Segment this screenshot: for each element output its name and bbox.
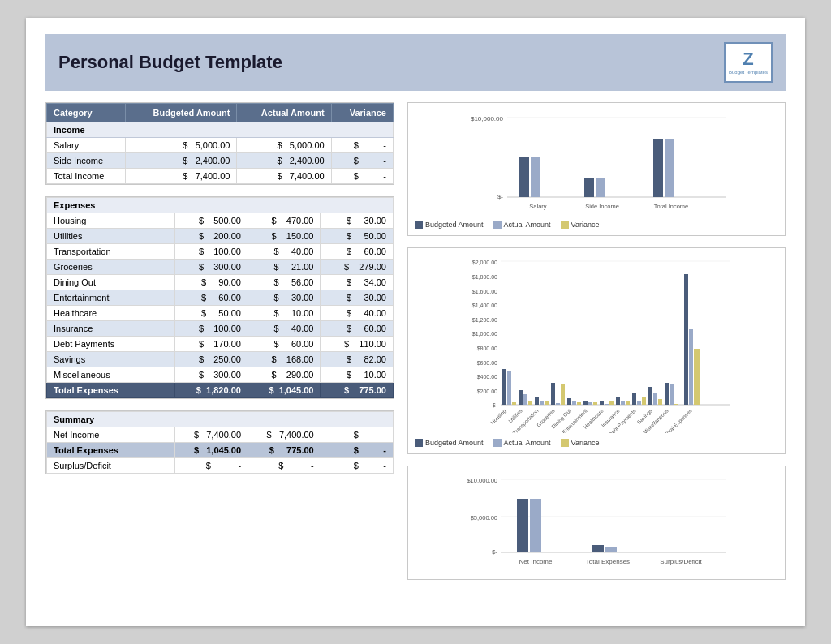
cell-category: Groceries [47, 260, 175, 275]
legend-budgeted-color [415, 439, 423, 447]
svg-rect-55 [642, 397, 646, 405]
cell-budgeted: $ 5,000.00 [126, 138, 237, 153]
svg-rect-5 [531, 157, 540, 197]
svg-rect-39 [556, 403, 560, 405]
cell-variance: $ 30.00 [321, 213, 394, 229]
cell-actual: $ 168.00 [248, 352, 321, 367]
legend-budgeted: Budgeted Amount [415, 221, 484, 229]
svg-rect-59 [665, 383, 669, 405]
cell-budgeted: $ 7,400.00 [175, 427, 248, 443]
cell-variance: $ - [321, 443, 393, 458]
cell-category: Side Income [47, 153, 126, 169]
table-row: Surplus/Deficit $ - $ - $ - [47, 458, 394, 474]
summary-chart: $10,000.00 $5,000.00 $- Net Income [407, 466, 786, 580]
svg-text:$10,000.00: $10,000.00 [471, 115, 504, 122]
cell-category: Utilities [47, 229, 175, 244]
cell-variance: $ 30.00 [321, 290, 394, 306]
svg-rect-32 [519, 390, 523, 405]
cell-budgeted: $ 90.00 [175, 275, 248, 290]
logo: Z Budget Templates [724, 42, 773, 83]
legend-budgeted-color [415, 221, 423, 229]
svg-text:$2,000.00: $2,000.00 [472, 260, 497, 265]
expenses-chart: $2,000.00 $1,800.00 $1,600.00 $1,400.00 … [407, 247, 786, 454]
svg-text:$400.00: $400.00 [477, 374, 497, 380]
legend-variance: Variance [561, 221, 600, 229]
svg-rect-84 [530, 499, 541, 552]
svg-rect-34 [528, 401, 532, 405]
table-row: Utilities $ 200.00 $ 150.00 $ 50.00 [47, 229, 394, 244]
summary-section-header: Summary [47, 412, 394, 427]
svg-text:$1,400.00: $1,400.00 [472, 303, 497, 308]
summary-label: Summary [47, 412, 394, 427]
table-row: Entertainment $ 60.00 $ 30.00 $ 30.00 [47, 290, 394, 306]
cell-category: Savings [47, 352, 175, 367]
cell-actual: $ 775.00 [248, 443, 321, 458]
legend-actual-color [493, 439, 502, 447]
table-row: Side Income $ 2,400.00 $ 2,400.00 $ - [47, 153, 394, 169]
svg-text:$10,000.00: $10,000.00 [467, 477, 497, 484]
page: Personal Budget Template Z Budget Templa… [26, 18, 805, 626]
table-row: Net Income $ 7,400.00 $ 7,400.00 $ - [47, 427, 394, 443]
legend-variance: Variance [561, 439, 600, 447]
cell-actual: $ 10.00 [248, 306, 321, 321]
cell-variance: $ - [331, 153, 393, 169]
svg-text:$1,200.00: $1,200.00 [472, 317, 497, 323]
right-column: $10,000.00 $- Salary [407, 102, 786, 580]
cell-budgeted: $ 7,400.00 [126, 169, 237, 184]
svg-text:Total Income: Total Income [654, 203, 689, 210]
cell-budgeted: $ 1,820.00 [175, 383, 248, 398]
cell-category: Salary [47, 138, 126, 153]
cell-budgeted: $ 60.00 [175, 290, 248, 306]
cell-actual: $ 5,000.00 [237, 138, 331, 153]
svg-text:$5,000.00: $5,000.00 [471, 514, 497, 522]
svg-text:$1,800.00: $1,800.00 [472, 274, 497, 280]
table-row: Dining Out $ 90.00 $ 56.00 $ 34.00 [47, 275, 394, 290]
svg-text:Total Expenses: Total Expenses [586, 558, 630, 565]
cell-actual: $ 2,400.00 [237, 153, 331, 169]
legend-variance-color [561, 221, 569, 229]
cell-budgeted: $ 100.00 [175, 321, 248, 337]
table-row: Total Income $ 7,400.00 $ 7,400.00 $ - [47, 169, 394, 184]
svg-rect-57 [653, 393, 657, 405]
cell-variance: $ 279.00 [321, 260, 394, 275]
table-row: Groceries $ 300.00 $ 21.00 $ 279.00 [47, 260, 394, 275]
svg-text:Net Income: Net Income [519, 558, 553, 565]
cell-variance: $ 775.00 [321, 383, 394, 398]
cell-actual: $ 290.00 [248, 367, 321, 383]
cell-category: Total Expenses [47, 383, 175, 398]
cell-variance: $ - [331, 138, 393, 153]
cell-budgeted: $ 50.00 [175, 306, 248, 321]
income-chart: $10,000.00 $- Salary [407, 102, 786, 236]
svg-rect-60 [670, 384, 674, 405]
svg-rect-36 [540, 401, 544, 405]
cell-variance: $ - [321, 458, 393, 474]
table-row: Salary $ 5,000.00 $ 5,000.00 $ - [47, 138, 394, 153]
cell-budgeted: $ 200.00 [175, 229, 248, 244]
svg-text:$1,000.00: $1,000.00 [472, 331, 497, 337]
svg-rect-9 [596, 178, 605, 197]
col-category: Category [47, 104, 126, 122]
svg-text:$200.00: $200.00 [477, 389, 497, 394]
income-label: Income [47, 122, 394, 138]
svg-rect-49 [609, 401, 614, 405]
expenses-section-header: Expenses [47, 198, 394, 213]
table-row: Total Expenses $ 1,045.00 $ 775.00 $ - [47, 443, 394, 458]
svg-rect-51 [621, 401, 625, 405]
table-row: Miscellaneous $ 300.00 $ 290.00 $ 10.00 [47, 367, 394, 383]
cell-actual: $ 21.00 [248, 260, 321, 275]
svg-text:$1,600.00: $1,600.00 [472, 289, 497, 294]
svg-rect-62 [684, 274, 688, 405]
svg-rect-54 [637, 401, 641, 405]
cell-category: Total Income [47, 169, 126, 184]
svg-rect-58 [658, 399, 662, 405]
svg-text:Housing: Housing [489, 407, 508, 426]
svg-text:$-: $- [492, 548, 497, 556]
legend-actual-label: Actual Amount [504, 439, 551, 447]
svg-rect-87 [592, 545, 604, 552]
cell-actual: $ 7,400.00 [248, 427, 321, 443]
svg-text:Surplus/Deficit: Surplus/Deficit [660, 558, 702, 565]
svg-rect-48 [605, 404, 609, 405]
svg-rect-64 [694, 349, 700, 405]
legend-budgeted-label: Budgeted Amount [425, 221, 484, 229]
cell-actual: $ 40.00 [248, 321, 321, 337]
